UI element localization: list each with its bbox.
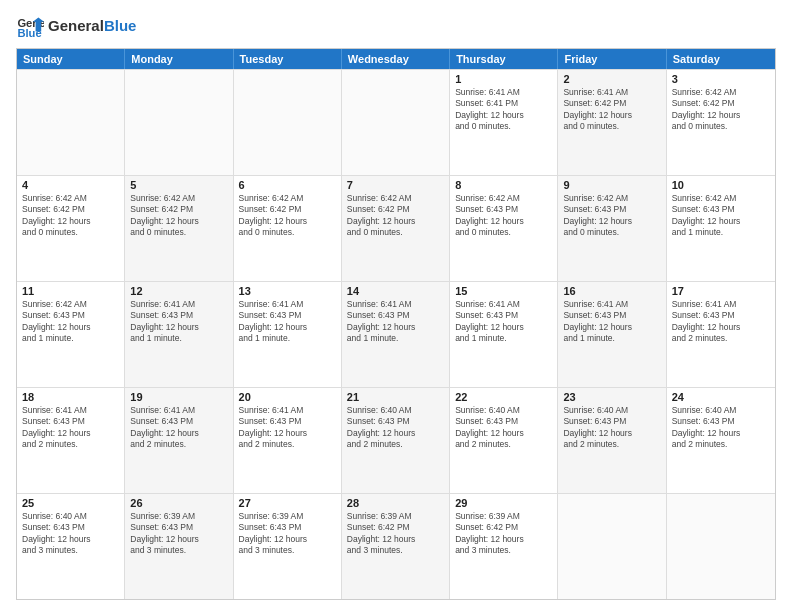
header-monday: Monday (125, 49, 233, 69)
day-13-line-2: Daylight: 12 hours (239, 322, 336, 333)
day-12-line-0: Sunrise: 6:41 AM (130, 299, 227, 310)
week-row-5: 25Sunrise: 6:40 AMSunset: 6:43 PMDayligh… (17, 493, 775, 599)
day-18: 18Sunrise: 6:41 AMSunset: 6:43 PMDayligh… (17, 388, 125, 493)
day-28-line-0: Sunrise: 6:39 AM (347, 511, 444, 522)
day-number-19: 19 (130, 391, 227, 403)
page: General Blue GeneralBlue Sunday Monday T… (0, 0, 792, 612)
day-12-line-2: Daylight: 12 hours (130, 322, 227, 333)
day-29-line-1: Sunset: 6:42 PM (455, 522, 552, 533)
day-28-line-1: Sunset: 6:42 PM (347, 522, 444, 533)
day-27-line-2: Daylight: 12 hours (239, 534, 336, 545)
day-number-1: 1 (455, 73, 552, 85)
day-16-line-0: Sunrise: 6:41 AM (563, 299, 660, 310)
day-1-line-2: Daylight: 12 hours (455, 110, 552, 121)
day-9-line-1: Sunset: 6:43 PM (563, 204, 660, 215)
day-16-line-3: and 1 minute. (563, 333, 660, 344)
day-number-15: 15 (455, 285, 552, 297)
day-number-3: 3 (672, 73, 770, 85)
day-22: 22Sunrise: 6:40 AMSunset: 6:43 PMDayligh… (450, 388, 558, 493)
day-24-line-3: and 2 minutes. (672, 439, 770, 450)
day-15-line-0: Sunrise: 6:41 AM (455, 299, 552, 310)
day-22-line-0: Sunrise: 6:40 AM (455, 405, 552, 416)
day-13-line-3: and 1 minute. (239, 333, 336, 344)
day-2-line-1: Sunset: 6:42 PM (563, 98, 660, 109)
day-7: 7Sunrise: 6:42 AMSunset: 6:42 PMDaylight… (342, 176, 450, 281)
day-6-line-3: and 0 minutes. (239, 227, 336, 238)
day-number-21: 21 (347, 391, 444, 403)
day-number-29: 29 (455, 497, 552, 509)
header-thursday: Thursday (450, 49, 558, 69)
empty-cell-0-0 (17, 70, 125, 175)
day-9-line-2: Daylight: 12 hours (563, 216, 660, 227)
day-10-line-2: Daylight: 12 hours (672, 216, 770, 227)
empty-cell-4-6 (667, 494, 775, 599)
day-26-line-2: Daylight: 12 hours (130, 534, 227, 545)
day-3-line-0: Sunrise: 6:42 AM (672, 87, 770, 98)
day-13-line-1: Sunset: 6:43 PM (239, 310, 336, 321)
day-3-line-1: Sunset: 6:42 PM (672, 98, 770, 109)
day-2-line-3: and 0 minutes. (563, 121, 660, 132)
day-28-line-3: and 3 minutes. (347, 545, 444, 556)
day-18-line-2: Daylight: 12 hours (22, 428, 119, 439)
empty-cell-4-5 (558, 494, 666, 599)
day-13-line-0: Sunrise: 6:41 AM (239, 299, 336, 310)
day-5-line-2: Daylight: 12 hours (130, 216, 227, 227)
day-number-13: 13 (239, 285, 336, 297)
day-12: 12Sunrise: 6:41 AMSunset: 6:43 PMDayligh… (125, 282, 233, 387)
day-8-line-3: and 0 minutes. (455, 227, 552, 238)
day-14-line-0: Sunrise: 6:41 AM (347, 299, 444, 310)
day-20-line-3: and 2 minutes. (239, 439, 336, 450)
day-19-line-1: Sunset: 6:43 PM (130, 416, 227, 427)
header-sunday: Sunday (17, 49, 125, 69)
day-9: 9Sunrise: 6:42 AMSunset: 6:43 PMDaylight… (558, 176, 666, 281)
day-11-line-0: Sunrise: 6:42 AM (22, 299, 119, 310)
day-number-27: 27 (239, 497, 336, 509)
day-5-line-0: Sunrise: 6:42 AM (130, 193, 227, 204)
day-number-14: 14 (347, 285, 444, 297)
day-16-line-1: Sunset: 6:43 PM (563, 310, 660, 321)
day-number-16: 16 (563, 285, 660, 297)
day-3-line-2: Daylight: 12 hours (672, 110, 770, 121)
empty-cell-0-1 (125, 70, 233, 175)
day-21-line-1: Sunset: 6:43 PM (347, 416, 444, 427)
calendar-header: Sunday Monday Tuesday Wednesday Thursday… (17, 49, 775, 69)
day-22-line-1: Sunset: 6:43 PM (455, 416, 552, 427)
logo: General Blue GeneralBlue (16, 12, 136, 40)
day-number-18: 18 (22, 391, 119, 403)
day-17-line-1: Sunset: 6:43 PM (672, 310, 770, 321)
day-4-line-0: Sunrise: 6:42 AM (22, 193, 119, 204)
empty-cell-0-3 (342, 70, 450, 175)
calendar: Sunday Monday Tuesday Wednesday Thursday… (16, 48, 776, 600)
header-friday: Friday (558, 49, 666, 69)
day-11-line-3: and 1 minute. (22, 333, 119, 344)
day-21-line-3: and 2 minutes. (347, 439, 444, 450)
day-5-line-1: Sunset: 6:42 PM (130, 204, 227, 215)
day-17: 17Sunrise: 6:41 AMSunset: 6:43 PMDayligh… (667, 282, 775, 387)
day-20-line-1: Sunset: 6:43 PM (239, 416, 336, 427)
day-20: 20Sunrise: 6:41 AMSunset: 6:43 PMDayligh… (234, 388, 342, 493)
day-7-line-3: and 0 minutes. (347, 227, 444, 238)
day-1-line-3: and 0 minutes. (455, 121, 552, 132)
day-14: 14Sunrise: 6:41 AMSunset: 6:43 PMDayligh… (342, 282, 450, 387)
day-20-line-0: Sunrise: 6:41 AM (239, 405, 336, 416)
day-29-line-3: and 3 minutes. (455, 545, 552, 556)
day-number-25: 25 (22, 497, 119, 509)
day-26: 26Sunrise: 6:39 AMSunset: 6:43 PMDayligh… (125, 494, 233, 599)
day-27-line-1: Sunset: 6:43 PM (239, 522, 336, 533)
day-21-line-0: Sunrise: 6:40 AM (347, 405, 444, 416)
day-13: 13Sunrise: 6:41 AMSunset: 6:43 PMDayligh… (234, 282, 342, 387)
day-4: 4Sunrise: 6:42 AMSunset: 6:42 PMDaylight… (17, 176, 125, 281)
header: General Blue GeneralBlue (16, 12, 776, 40)
day-number-12: 12 (130, 285, 227, 297)
day-26-line-3: and 3 minutes. (130, 545, 227, 556)
day-25-line-2: Daylight: 12 hours (22, 534, 119, 545)
day-6-line-0: Sunrise: 6:42 AM (239, 193, 336, 204)
day-15-line-2: Daylight: 12 hours (455, 322, 552, 333)
day-number-2: 2 (563, 73, 660, 85)
day-16-line-2: Daylight: 12 hours (563, 322, 660, 333)
day-25: 25Sunrise: 6:40 AMSunset: 6:43 PMDayligh… (17, 494, 125, 599)
day-18-line-1: Sunset: 6:43 PM (22, 416, 119, 427)
day-24: 24Sunrise: 6:40 AMSunset: 6:43 PMDayligh… (667, 388, 775, 493)
day-4-line-2: Daylight: 12 hours (22, 216, 119, 227)
day-14-line-3: and 1 minute. (347, 333, 444, 344)
